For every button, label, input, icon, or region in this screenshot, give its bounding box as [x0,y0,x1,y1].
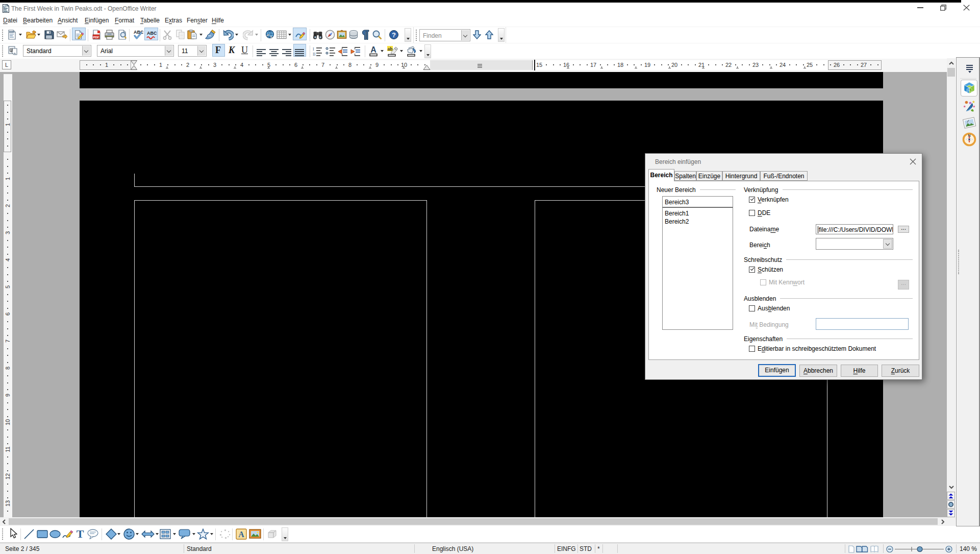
svg-text:I: I [313,47,314,52]
svg-text:II: II [313,52,316,57]
svg-text:?: ? [392,31,396,39]
svg-text:ABC: ABC [134,30,143,35]
svg-text:PDF: PDF [93,36,99,39]
svg-text:ABC: ABC [147,31,157,36]
svg-text:A: A [238,530,244,539]
svg-text:A: A [370,45,376,54]
svg-text:ab: ab [388,46,393,52]
svg-text:T: T [77,528,84,540]
